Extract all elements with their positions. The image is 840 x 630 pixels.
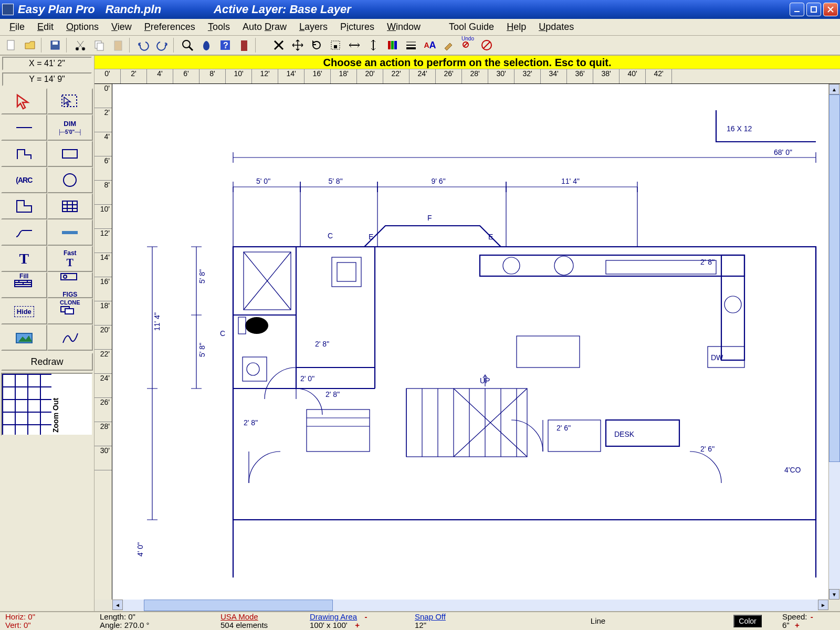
hide-tool[interactable]: Hide (1, 298, 47, 324)
circle-tool[interactable] (47, 167, 93, 193)
menu-options[interactable]: Options (60, 20, 105, 34)
new-icon[interactable] (2, 37, 20, 54)
menu-file[interactable]: File (3, 20, 31, 34)
redo-icon[interactable] (153, 37, 171, 54)
menu-preferences[interactable]: Preferences (138, 20, 202, 34)
move-icon[interactable] (289, 37, 307, 54)
open-icon[interactable] (21, 37, 39, 54)
spline-tool[interactable] (47, 324, 93, 351)
menu-pictures[interactable]: Pictures (334, 20, 381, 34)
text-tool[interactable]: T (1, 246, 47, 272)
svg-rect-37 (62, 201, 77, 212)
beam-tool[interactable] (47, 219, 93, 246)
svg-text:2' 6": 2' 6" (700, 445, 715, 453)
svg-rect-16 (241, 40, 247, 51)
rotate-icon[interactable] (308, 37, 326, 54)
zoom-icon[interactable] (178, 37, 196, 54)
svg-text:5' 8": 5' 8" (198, 269, 206, 284)
colors-icon[interactable] (383, 37, 401, 54)
svg-point-8 (82, 47, 85, 50)
menu-toolguide[interactable]: Tool Guide (443, 20, 500, 34)
fill-tool[interactable]: Fill (1, 272, 47, 298)
menu-window[interactable]: Window (381, 20, 427, 34)
svg-text:5' 0": 5' 0" (256, 177, 270, 185)
menu-help[interactable]: Help (500, 20, 532, 34)
snap-link[interactable]: Snap Off (415, 613, 471, 621)
menu-layers[interactable]: Layers (293, 20, 334, 34)
door-icon[interactable] (235, 37, 253, 54)
drawing-area: Choose an action to perform on the selec… (94, 56, 840, 611)
copy-icon[interactable] (90, 37, 108, 54)
cancel-icon[interactable] (478, 37, 496, 54)
undo-action-icon[interactable]: Undo (459, 37, 477, 54)
paste-icon[interactable] (109, 37, 127, 54)
zoom-overview[interactable]: Zoom Out (1, 373, 93, 436)
lock-icon[interactable] (327, 37, 344, 54)
status-mode[interactable]: USA Mode (220, 613, 298, 621)
drawing-area-link[interactable]: Drawing Area (310, 612, 357, 621)
snap-value: 12" (415, 621, 471, 629)
svg-rect-52 (65, 309, 74, 314)
redraw-button[interactable]: Redraw (1, 353, 93, 371)
svg-text:11' 4": 11' 4" (153, 312, 161, 331)
resize-v-icon[interactable] (364, 37, 382, 54)
speed-plus[interactable]: + (795, 621, 800, 629)
menu-view[interactable]: View (105, 20, 138, 34)
menu-updates[interactable]: Updates (532, 20, 580, 34)
step-tool[interactable] (1, 219, 47, 246)
status-length: Length: 0" (100, 613, 209, 621)
status-elements: 504 elements (220, 621, 298, 629)
svg-rect-10 (97, 43, 103, 50)
menu-edit[interactable]: Edit (31, 20, 60, 34)
delete-icon[interactable] (270, 37, 288, 54)
rectangle-tool[interactable] (47, 141, 93, 167)
text-style-icon[interactable]: AA (421, 37, 439, 54)
svg-point-89 (247, 363, 259, 375)
polygon-tool[interactable] (1, 141, 47, 167)
area-plus[interactable]: + (355, 621, 360, 629)
maximize-button[interactable] (806, 3, 821, 16)
undo-icon[interactable] (134, 37, 152, 54)
marquee-tool[interactable] (47, 88, 93, 114)
mouse-icon[interactable] (197, 37, 215, 54)
dimension-tool[interactable]: DIM├─5'0"─┤ (47, 114, 93, 141)
close-button[interactable] (823, 3, 838, 16)
selection-hint: Choose an action to perform on the selec… (94, 56, 840, 69)
horizontal-scrollbar[interactable]: ◄► (94, 600, 840, 611)
arc-tool[interactable]: (ARC (1, 167, 47, 193)
minimize-button[interactable] (790, 3, 804, 16)
svg-rect-20 (334, 45, 337, 48)
image-tool[interactable] (1, 324, 47, 351)
clone-tool[interactable]: CLONE (47, 298, 93, 324)
resize-h-icon[interactable] (345, 37, 363, 54)
status-horiz: Horiz: 0" (5, 613, 88, 621)
area-minus[interactable]: - (365, 612, 368, 621)
menu-autodraw[interactable]: Auto Draw (236, 20, 293, 34)
floorplan-canvas[interactable]: 16 X 12 68' 0" 5' 0"5' 8"9' 6"11' 4" F E… (112, 84, 828, 600)
paint-icon[interactable] (440, 37, 458, 54)
save-icon[interactable] (46, 37, 64, 54)
lineweight-icon[interactable] (402, 37, 420, 54)
help-icon[interactable]: ? (216, 37, 234, 54)
color-button[interactable]: Color (733, 615, 761, 627)
svg-point-12 (183, 40, 190, 48)
vertical-scrollbar[interactable]: ▲▼ (828, 84, 840, 600)
svg-text:11' 4": 11' 4" (561, 177, 580, 185)
svg-rect-11 (114, 41, 122, 50)
main-menubar: File Edit Options View Preferences Tools… (0, 19, 840, 36)
figs-tool[interactable]: FIGS (47, 272, 93, 298)
line-tool[interactable] (1, 114, 47, 141)
cut-icon[interactable] (71, 37, 89, 54)
lshape-tool[interactable] (1, 193, 47, 219)
fast-text-tool[interactable]: FastT (47, 246, 93, 272)
vertical-ruler: 0'2'4'6'8'10'12'14'16'18'20'22'24'26'28'… (94, 84, 112, 600)
speed-minus[interactable]: - (811, 612, 813, 621)
svg-text:68' 0": 68' 0" (774, 148, 792, 156)
svg-text:4'CO: 4'CO (784, 466, 801, 474)
menu-tools[interactable]: Tools (202, 20, 236, 34)
table-tool[interactable] (47, 193, 93, 219)
status-bar: Horiz: 0" Vert: 0" Length: 0" Angle: 270… (0, 611, 840, 630)
svg-line-32 (484, 42, 490, 48)
pointer-tool[interactable] (1, 88, 47, 114)
svg-point-7 (76, 47, 79, 50)
